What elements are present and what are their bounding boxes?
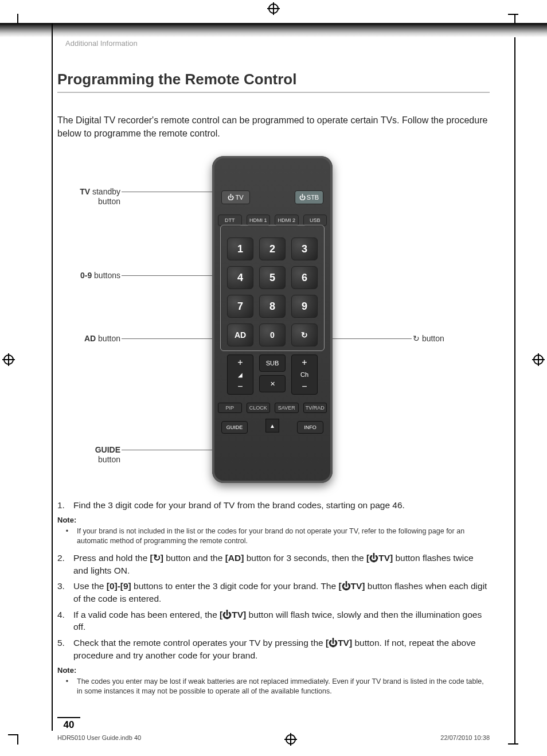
mute-icon: ✕ [270,380,275,388]
channel-rocker: + Ch − [291,354,318,395]
sub-button: SUB [259,354,286,372]
digit-4-button: 4 [227,266,253,289]
source-hdmi2-button: HDMI 2 [275,215,299,226]
volume-rocker: + ◢ − [227,354,253,395]
margin-rule [52,23,53,731]
breadcrumb: Additional Information [57,23,490,48]
registration-mark-bottom [286,734,296,746]
callout-refresh-button: ↻ button [413,334,482,344]
callout-line [321,338,412,339]
tv-standby-button: ⏻TV [221,190,250,204]
remote-diagram: TV standby button 0-9 buttons AD button … [57,150,490,494]
page-title: Programming the Remote Control [57,71,490,93]
digit-2-button: 2 [259,237,286,260]
page-content: Additional Information Programming the R… [57,23,490,739]
callout-tv-standby: TV standby button [57,187,120,206]
digit-1-button: 1 [227,237,253,260]
clock-button: CLOCK [247,403,271,413]
refresh-icon: ↻ [413,334,420,343]
crop-mark [8,734,18,745]
crop-mark [508,14,518,15]
note-2: • The codes you enter may be lost if wea… [57,677,490,696]
callout-line [122,450,224,450]
digit-9-button: 9 [291,295,318,318]
volume-icon: ◢ [238,372,243,378]
ad-button: AD [227,324,253,346]
remote-control-illustration: ⏻TV ⏻STB DTT HDMI 1 HDMI 2 USB 1 2 3 4 5… [212,156,333,483]
footer-right: 22/07/2010 10:38 [440,734,490,746]
step-5: 5. Check that the remote control operate… [57,637,490,661]
note-1: • If your brand is not included in the l… [57,527,490,546]
note-heading: Note: [57,665,490,676]
refresh-button: ↻ [291,324,318,346]
instruction-steps: 1. Find the 3 digit code for your brand … [57,499,490,696]
callout-line [122,275,219,276]
source-usb-button: USB [303,215,327,226]
digit-3-button: 3 [291,237,318,260]
callout-ad-button: AD button [57,334,120,344]
pip-button: PIP [218,403,242,413]
source-hdmi1-button: HDMI 1 [247,215,271,226]
callout-line [122,192,224,192]
digit-5-button: 5 [259,266,286,289]
registration-mark-right [533,354,544,368]
power-icon: ⏻ [228,194,234,201]
info-button: INFO [297,421,323,434]
digit-7-button: 7 [227,295,253,318]
saver-button: SAVER [275,403,299,413]
step-3: 3. Use the [0]-[9] buttons to enter the … [57,580,490,605]
callout-num-buttons: 0-9 buttons [57,271,120,280]
guide-button: GUIDE [221,421,248,434]
page-number: 40 [57,717,80,731]
footer-left: HDR5010 User Guide.indb 40 [57,734,141,746]
registration-mark-top [268,3,279,17]
dpad-up-button: ▲ [265,419,279,432]
footer: HDR5010 User Guide.indb 40 22/07/2010 10… [57,734,490,746]
step-4: 4. If a valid code has been entered, the… [57,609,490,633]
stb-standby-button: ⏻STB [295,190,323,204]
intro-paragraph: The Digital TV recorder's remote control… [57,114,490,140]
mute-button: ✕ [259,375,286,392]
source-dtt-button: DTT [218,215,242,226]
power-icon: ⏻ [299,194,306,201]
digit-0-button: 0 [259,324,286,346]
registration-mark-left [3,354,14,368]
step-1: 1. Find the 3 digit code for your brand … [57,499,490,512]
crop-edge [514,15,515,745]
note-heading: Note: [57,515,490,525]
digit-6-button: 6 [291,266,318,289]
tvrad-button: TV/RAD [303,403,327,413]
callout-guide-button: GUIDEbutton [57,445,120,465]
digit-8-button: 8 [259,295,286,318]
step-2: 2. Press and hold the [↻] button and the… [57,552,490,576]
crop-mark [508,743,518,745]
